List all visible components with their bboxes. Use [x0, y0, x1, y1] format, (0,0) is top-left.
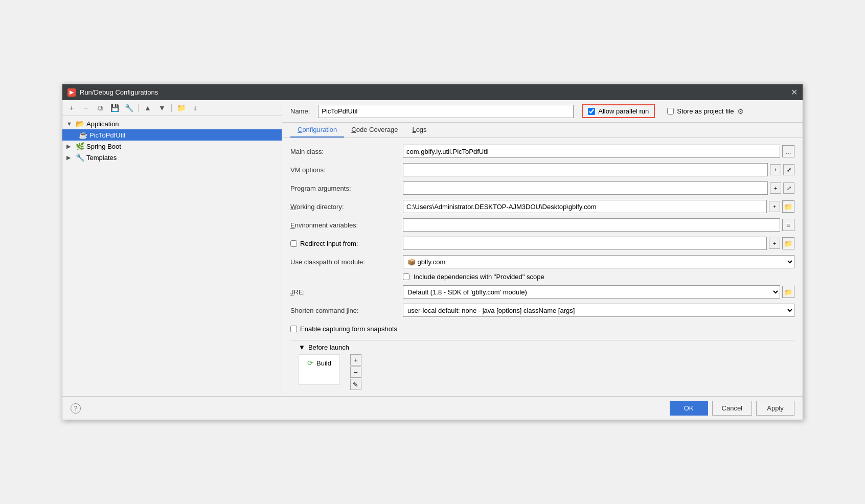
ok-button[interactable]: OK	[670, 401, 708, 416]
tree-item-templates[interactable]: ▶ 🔧 Templates	[62, 152, 282, 163]
main-class-input[interactable]	[403, 145, 780, 158]
shorten-cmdline-wrap: user-local default: none - java [options…	[403, 304, 794, 317]
env-variables-label: Environment variables:	[290, 221, 403, 229]
tree-item-application[interactable]: ▼ 📂 Application	[62, 118, 282, 129]
shorten-cmdline-label: Shorten command line:	[290, 307, 403, 314]
footer-right: OK Cancel Apply	[670, 401, 794, 416]
include-deps-checkbox[interactable]	[403, 273, 409, 280]
pic-to-pdf-label: PicToPdfUtil	[89, 131, 125, 139]
vm-options-expand-button[interactable]: ⤢	[783, 164, 794, 175]
store-project-gear-icon[interactable]: ⚙	[737, 107, 744, 116]
working-directory-input[interactable]	[403, 200, 767, 213]
before-launch-add-button[interactable]: +	[350, 354, 361, 365]
title-bar-left: ▶ Run/Debug Configurations	[67, 88, 158, 97]
tree-item-pic-to-pdf[interactable]: ☕ PicToPdfUtil	[62, 129, 282, 141]
save-config-button[interactable]: 💾	[108, 102, 121, 113]
jre-select[interactable]: Default (1.8 - SDK of 'gblfy.com' module…	[403, 285, 780, 299]
main-class-browse-button[interactable]: ...	[782, 145, 794, 157]
spring-boot-icon: 🌿	[76, 142, 84, 150]
enable-snapshots-label: Enable capturing form snapshots	[300, 325, 397, 333]
classpath-module-label: Use classpath of module:	[290, 258, 403, 266]
dialog-title: Run/Debug Configurations	[80, 88, 158, 96]
run-debug-dialog: ▶ Run/Debug Configurations ✕ + − ⧉ 💾 🔧 ▲…	[62, 84, 803, 420]
program-args-add-button[interactable]: +	[770, 182, 781, 194]
before-launch-header[interactable]: ▼ Before launch	[290, 340, 794, 354]
tab-configuration[interactable]: Configuration	[290, 123, 344, 138]
templates-label: Templates	[86, 154, 117, 162]
close-button[interactable]: ✕	[791, 87, 798, 97]
dialog-footer: ? OK Cancel Apply	[62, 396, 803, 420]
tab-logs[interactable]: Logs	[405, 123, 434, 138]
enable-snapshots-row: Enable capturing form snapshots	[290, 322, 794, 336]
toolbar-separator	[138, 104, 139, 112]
redirect-browse-button[interactable]: 📁	[782, 237, 794, 249]
remove-config-button[interactable]: −	[80, 102, 92, 113]
working-dir-add-button[interactable]: +	[769, 201, 780, 212]
before-launch-edit-button[interactable]: ✎	[350, 379, 361, 390]
name-input[interactable]	[318, 105, 574, 118]
tab-logs-rest: ogs	[416, 126, 427, 133]
templates-expand-icon: ▶	[66, 154, 74, 161]
program-arguments-input[interactable]	[403, 181, 768, 195]
redirect-input-field[interactable]	[403, 237, 767, 250]
cancel-button[interactable]: Cancel	[712, 401, 752, 416]
jre-label: JRE:	[290, 288, 403, 296]
before-launch-section: ▼ Before launch ⟳ Build + −	[290, 340, 794, 390]
before-launch-remove-button[interactable]: −	[350, 366, 361, 378]
store-project-checkbox[interactable]	[667, 108, 674, 114]
working-directory-input-wrap: + 📁	[403, 200, 794, 213]
copy-config-button[interactable]: ⧉	[94, 102, 106, 113]
enable-snapshots-checkbox[interactable]	[290, 326, 297, 332]
main-class-row: Main class: ...	[290, 144, 794, 158]
program-arguments-row: Program arguments: + ⤢	[290, 181, 794, 195]
shorten-cmdline-select[interactable]: user-local default: none - java [options…	[403, 304, 794, 317]
before-launch-list: ⟳ Build	[299, 354, 340, 385]
sort-button[interactable]: ↕	[189, 102, 201, 113]
settings-config-button[interactable]: 🔧	[123, 102, 135, 113]
move-up-button[interactable]: ▲	[142, 102, 154, 113]
env-variables-input-wrap: ≡	[403, 218, 794, 232]
config-form: Main class: ... VM options: + ⤢	[282, 138, 803, 396]
program-arguments-label: Program arguments:	[290, 185, 403, 192]
vm-options-input[interactable]	[403, 163, 768, 176]
build-icon: ⟳	[307, 359, 313, 367]
main-class-label: Main class:	[290, 148, 403, 155]
tab-logs-label: L	[412, 126, 416, 133]
tab-code-coverage-rest: ode Coverage	[356, 126, 398, 133]
title-bar: ▶ Run/Debug Configurations ✕	[62, 84, 803, 100]
help-button[interactable]: ?	[71, 403, 81, 414]
config-header: Name: Allow parallel run Store as projec…	[282, 100, 803, 123]
redirect-input-label: Redirect input from:	[300, 240, 358, 247]
dialog-icon: ▶	[67, 88, 76, 97]
config-tabs: Configuration Code Coverage Logs	[282, 123, 803, 138]
store-project-container: Store as project file ⚙	[667, 107, 743, 116]
config-tree: ▼ 📂 Application ☕ PicToPdfUtil ▶ 🌿 Sprin…	[62, 116, 282, 396]
apply-button[interactable]: Apply	[756, 401, 794, 416]
jre-browse-button[interactable]: 📁	[782, 286, 794, 298]
vm-options-label: VM options:	[290, 166, 403, 174]
shorten-cmdline-row: Shorten command line: user-local default…	[290, 303, 794, 317]
env-variables-input[interactable]	[403, 218, 780, 232]
run-config-icon: ☕	[79, 131, 87, 139]
tab-code-coverage[interactable]: Code Coverage	[344, 123, 405, 138]
left-panel: + − ⧉ 💾 🔧 ▲ ▼ 📁 ↕ ▼ 📂 Application	[62, 100, 282, 396]
move-down-button[interactable]: ▼	[156, 102, 168, 113]
main-class-input-wrap: ...	[403, 145, 794, 158]
working-directory-row: Working directory: + 📁	[290, 199, 794, 214]
folder-button[interactable]: 📁	[175, 102, 187, 113]
add-config-button[interactable]: +	[65, 102, 78, 113]
redirect-add-button[interactable]: +	[769, 238, 780, 249]
classpath-module-select[interactable]: 📦 gblfy.com	[403, 255, 794, 268]
allow-parallel-label: Allow parallel run	[598, 107, 649, 115]
program-arguments-input-wrap: + ⤢	[403, 181, 794, 195]
tree-item-spring-boot[interactable]: ▶ 🌿 Spring Boot	[62, 141, 282, 152]
jre-row: JRE: Default (1.8 - SDK of 'gblfy.com' m…	[290, 285, 794, 299]
redirect-input-checkbox[interactable]	[290, 240, 297, 247]
vm-options-add-button[interactable]: +	[770, 164, 781, 175]
config-toolbar: + − ⧉ 💾 🔧 ▲ ▼ 📁 ↕	[62, 100, 282, 116]
allow-parallel-checkbox[interactable]	[588, 108, 595, 115]
working-dir-browse-button[interactable]: 📁	[782, 200, 794, 213]
env-variables-edit-button[interactable]: ≡	[782, 219, 794, 231]
classpath-module-wrap: 📦 gblfy.com	[403, 255, 794, 268]
program-args-expand-button[interactable]: ⤢	[783, 182, 794, 194]
